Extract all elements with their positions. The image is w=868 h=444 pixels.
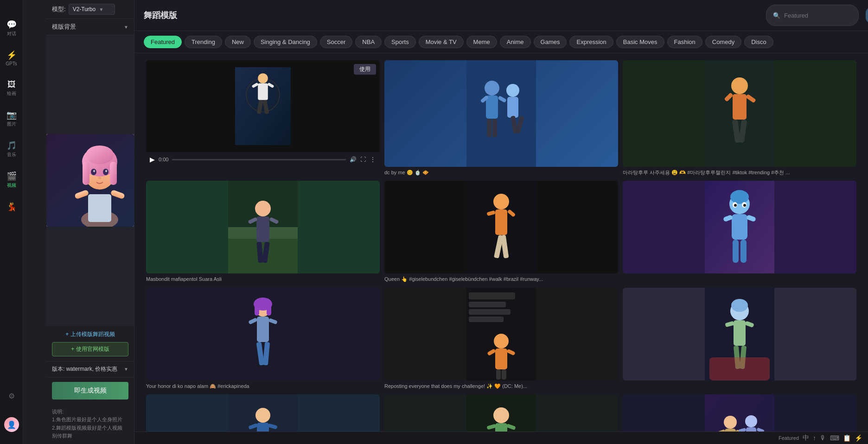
svg-rect-24 xyxy=(466,60,536,167)
bottom-icon-power[interactable]: ⚡ xyxy=(855,434,862,442)
svg-rect-95 xyxy=(734,320,746,346)
svg-rect-100 xyxy=(709,357,770,381)
video-cell-2[interactable]: dc by me 😊 🍵 🧇 xyxy=(382,58,620,178)
tab-anime[interactable]: Anime xyxy=(500,36,531,48)
tab-comedy[interactable]: Comedy xyxy=(705,36,741,48)
bottom-icon-upload[interactable]: ↑ xyxy=(813,434,816,442)
generate-btn[interactable]: 即生成视频 xyxy=(52,382,128,400)
model-select[interactable]: V2-Turbo ▼ xyxy=(69,4,115,15)
video-cell-11[interactable] xyxy=(382,392,620,431)
tab-disco[interactable]: Disco xyxy=(744,36,773,48)
tab-basic[interactable]: Basic Moves xyxy=(616,36,664,48)
video-cell-5[interactable]: Queen 👆 #giselebundchen #giselebündchen … xyxy=(382,178,620,285)
video-cell-8[interactable]: Reposting everyone that does my challeng… xyxy=(382,285,620,392)
tab-games[interactable]: Games xyxy=(534,36,567,48)
tab-nba[interactable]: NBA xyxy=(355,36,382,48)
svg-point-64 xyxy=(734,204,737,207)
video-cell-3[interactable]: 마라탕후루 사주세용 😩 🫶 #마라탕후루챌린지 #tiktok #trendi… xyxy=(620,58,859,178)
tab-expression[interactable]: Expression xyxy=(569,36,613,48)
tab-singing[interactable]: Singing & Dancing xyxy=(254,36,317,48)
bottom-icon-zh[interactable]: 中 xyxy=(803,434,809,442)
search-icon: 🔍 xyxy=(773,12,780,19)
svg-rect-119 xyxy=(705,394,774,431)
video-cell-12[interactable] xyxy=(620,392,859,431)
svg-rect-84 xyxy=(469,309,511,315)
search-button[interactable]: 搜索 xyxy=(866,7,868,23)
svg-rect-2 xyxy=(88,194,111,222)
sidebar-item-photo[interactable]: 📷 图片 xyxy=(1,108,22,130)
sidebar-item-video[interactable]: 🎬 视频 xyxy=(1,169,22,191)
time-display: 0:00 xyxy=(159,157,168,162)
video-cell-7[interactable]: Your honor di ko napo alam 🙈 #erickapine… xyxy=(144,285,382,392)
svg-rect-47 xyxy=(256,216,269,242)
sidebar-item-gpt[interactable]: ⚡ GPTs xyxy=(1,48,22,69)
progress-bar[interactable] xyxy=(172,159,346,160)
bottom-icon-keyboard[interactable]: ⌨ xyxy=(830,434,839,442)
video-grid: 使用 xyxy=(134,53,868,431)
svg-rect-70 xyxy=(740,240,747,263)
tab-soccer[interactable]: Soccer xyxy=(320,36,352,48)
more-options-icon[interactable]: ⋮ xyxy=(370,156,376,163)
tab-movie[interactable]: Movie & TV xyxy=(419,36,464,48)
video-cell-6[interactable] xyxy=(620,178,859,285)
notes-text: 说明: 1.角色图片最好是个人全身照片 2.舞蹈模版视频最好是个人视频 别传群舞 xyxy=(52,408,128,440)
svg-point-7 xyxy=(86,146,114,164)
tab-featured[interactable]: Featured xyxy=(144,36,182,48)
user-avatar[interactable]: 👤 xyxy=(4,417,19,432)
use-badge[interactable]: 使用 xyxy=(354,64,376,75)
tab-trending[interactable]: Trending xyxy=(185,36,222,48)
volume-icon[interactable]: 🔊 xyxy=(350,156,357,163)
photo-icon: 📷 xyxy=(6,111,17,119)
dance-icon: 💃 xyxy=(6,203,17,211)
video-cell-10[interactable] xyxy=(144,392,382,431)
svg-point-46 xyxy=(255,201,271,216)
video-caption-8: Reposting everyone that does my challeng… xyxy=(384,383,618,390)
svg-point-120 xyxy=(724,416,737,429)
svg-rect-5 xyxy=(83,162,89,185)
tab-new[interactable]: New xyxy=(225,36,251,48)
svg-point-106 xyxy=(255,408,270,423)
category-tabs: Featured Trending New Singing & Dancing … xyxy=(134,31,868,53)
tab-sports[interactable]: Sports xyxy=(384,36,416,48)
svg-point-113 xyxy=(493,407,509,423)
background-selector-row: 模版背景 ▼ xyxy=(46,19,134,35)
play-button[interactable]: ▶ xyxy=(150,156,155,163)
model-label: 模型: xyxy=(52,5,66,13)
video-cell-9[interactable] xyxy=(620,285,859,392)
tab-meme[interactable]: Meme xyxy=(466,36,497,48)
avatar-figure xyxy=(46,134,134,227)
svg-rect-85 xyxy=(469,317,504,322)
svg-rect-74 xyxy=(255,304,259,316)
svg-rect-82 xyxy=(469,292,515,299)
svg-point-18 xyxy=(258,73,268,83)
video-cell-4[interactable]: Masbondit mafiapentol Suara Asli xyxy=(144,178,382,285)
music-icon: 🎵 xyxy=(6,141,17,150)
upload-video-link[interactable]: + 上传模版舞蹈视频 xyxy=(52,330,128,338)
svg-point-61 xyxy=(730,190,749,204)
sidebar-item-music[interactable]: 🎵 音乐 xyxy=(1,139,22,161)
video-cell-1[interactable]: 使用 xyxy=(144,58,382,178)
notes-section: 说明: 1.角色图片最好是个人全身照片 2.舞蹈模版视频最好是个人视频 别传群舞 xyxy=(46,404,134,444)
bottom-featured-label: Featured xyxy=(779,435,799,441)
use-official-btn[interactable]: + 使用官网模版 xyxy=(52,342,128,356)
svg-rect-76 xyxy=(257,317,269,342)
video-caption-4: Masbondit mafiapentol Suara Asli xyxy=(146,276,380,283)
sidebar-item-image[interactable]: 🖼 绘画 xyxy=(1,77,22,100)
svg-rect-54 xyxy=(495,209,507,235)
svg-rect-90 xyxy=(496,369,501,380)
settings-icon[interactable]: ⚙ xyxy=(4,387,19,405)
fullscreen-icon[interactable]: ⛶ xyxy=(360,156,366,163)
search-input[interactable] xyxy=(784,12,862,19)
chat-icon: 💬 xyxy=(6,20,17,29)
bottom-icon-mic[interactable]: 🎙 xyxy=(820,434,826,442)
tab-fashion[interactable]: Fashion xyxy=(667,36,702,48)
model-selector-row: 模型: V2-Turbo ▼ xyxy=(46,0,134,19)
sidebar-item-dance[interactable]: 💃 xyxy=(1,200,22,214)
svg-rect-127 xyxy=(746,427,756,431)
sidebar-item-chat[interactable]: 💬 对话 xyxy=(1,18,22,40)
version-label: 版本: watermark, 价格实惠 xyxy=(52,365,117,373)
bottom-icon-clipboard[interactable]: 📋 xyxy=(843,434,851,442)
svg-point-65 xyxy=(743,204,746,207)
model-value: V2-Turbo xyxy=(73,6,96,13)
svg-point-53 xyxy=(493,194,509,209)
